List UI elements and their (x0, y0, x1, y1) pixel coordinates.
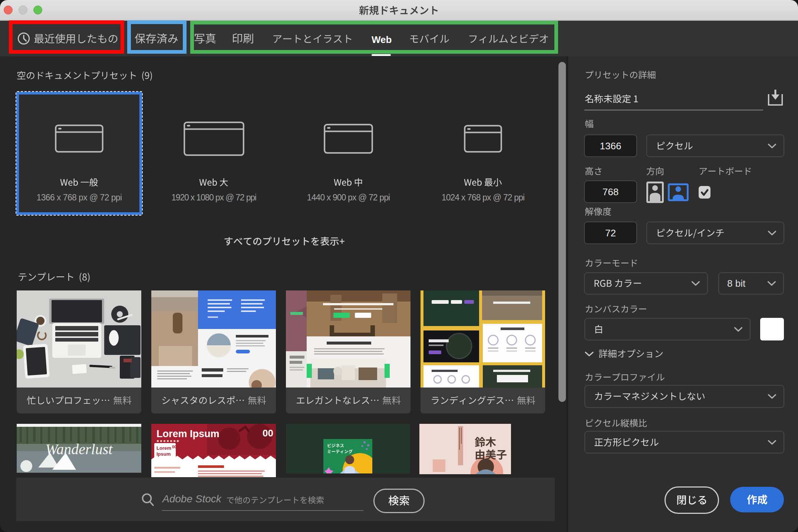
svg-text:Lorem: Lorem (156, 445, 171, 451)
svg-text:Lorem Ipsum: Lorem Ipsum (156, 428, 220, 439)
svg-text:00: 00 (172, 445, 177, 449)
svg-text:00: 00 (263, 428, 273, 439)
svg-text:Ipsum: Ipsum (156, 451, 171, 457)
svg-text:Wanderlust: Wanderlust (46, 441, 113, 458)
